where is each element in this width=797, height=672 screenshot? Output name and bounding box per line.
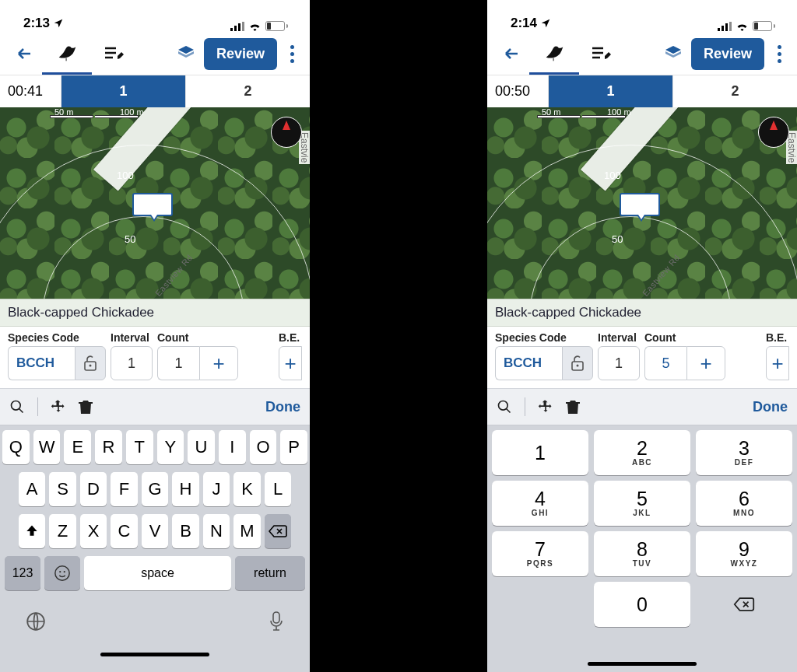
key-B[interactable]: B [172, 514, 199, 548]
tab-list-edit[interactable] [579, 33, 623, 75]
globe-icon[interactable] [26, 611, 46, 632]
search-button[interactable] [9, 399, 25, 415]
count-input[interactable]: 1 [157, 346, 199, 380]
key-V[interactable]: V [142, 514, 169, 548]
key-G[interactable]: G [142, 472, 169, 506]
list-edit-icon [104, 45, 124, 62]
layers-button[interactable] [655, 38, 691, 69]
species-code-input[interactable] [8, 346, 75, 380]
numpad-key-8[interactable]: 8TUV [594, 531, 690, 576]
numpad-key-1[interactable]: 1 [492, 430, 588, 475]
tab-bird[interactable] [42, 33, 92, 75]
key-S[interactable]: S [49, 472, 76, 506]
interval-tab-1[interactable]: 1 [548, 75, 672, 107]
compass-icon[interactable] [271, 117, 302, 148]
key-Z[interactable]: Z [49, 514, 76, 548]
tab-list-edit[interactable] [92, 33, 135, 75]
key-J[interactable]: J [203, 472, 230, 506]
key-L[interactable]: L [265, 472, 292, 506]
species-code-input[interactable] [495, 346, 562, 380]
trash-icon [79, 399, 93, 415]
shift-key[interactable] [19, 514, 46, 548]
more-button[interactable] [767, 45, 791, 63]
timer: 00:50 [487, 75, 548, 107]
numpad-key-6[interactable]: 6MNO [696, 481, 792, 526]
numbers-key[interactable]: 123 [5, 556, 40, 590]
numpad-key-9[interactable]: 9WXYZ [696, 531, 792, 576]
key-I[interactable]: I [219, 430, 246, 464]
home-indicator[interactable] [100, 653, 209, 656]
key-X[interactable]: X [80, 514, 107, 548]
species-code-label: Species Code [495, 331, 593, 344]
search-button[interactable] [497, 399, 512, 415]
count-plus-button[interactable]: + [199, 346, 238, 380]
key-O[interactable]: O [250, 430, 277, 464]
delete-button[interactable] [79, 399, 93, 415]
key-U[interactable]: U [188, 430, 215, 464]
numpad-key-7[interactable]: 7PQRS [492, 531, 588, 576]
interval-input[interactable]: 1 [111, 346, 153, 380]
mic-icon[interactable] [269, 611, 284, 632]
compass-icon[interactable] [758, 117, 789, 148]
key-H[interactable]: H [172, 472, 199, 506]
key-F[interactable]: F [111, 472, 138, 506]
key-K[interactable]: K [233, 472, 261, 506]
key-C[interactable]: C [111, 514, 138, 548]
review-button[interactable]: Review [691, 38, 764, 70]
delete-button[interactable] [566, 399, 580, 415]
be-plus-button[interactable]: + [766, 346, 789, 380]
interval-label: Interval [111, 331, 153, 344]
svg-rect-13 [722, 26, 724, 31]
lock-button[interactable] [75, 346, 106, 380]
be-plus-button[interactable]: + [279, 346, 302, 380]
interval-tab-2[interactable]: 2 [672, 75, 797, 107]
lock-button[interactable] [562, 346, 593, 380]
timer: 00:41 [0, 75, 61, 107]
space-key[interactable]: space [84, 556, 231, 590]
svg-rect-3 [242, 22, 244, 31]
numpad-key-0[interactable]: 0 [594, 582, 690, 627]
more-button[interactable] [280, 45, 304, 63]
move-button[interactable] [538, 399, 553, 415]
observation-pin[interactable] [620, 193, 660, 216]
numpad-backspace[interactable] [696, 582, 792, 627]
numpad-key-2[interactable]: 2ABC [594, 430, 690, 475]
key-P[interactable]: P [280, 430, 307, 464]
layers-button[interactable] [168, 38, 204, 69]
key-N[interactable]: N [203, 514, 230, 548]
key-W[interactable]: W [33, 430, 61, 464]
review-button[interactable]: Review [204, 38, 277, 70]
map-view[interactable]: Eastview Rd Eastvie 100 50 50 m 100 m [0, 107, 310, 299]
key-E[interactable]: E [64, 430, 91, 464]
interval-input[interactable]: 1 [598, 346, 640, 380]
key-Q[interactable]: Q [2, 430, 30, 464]
emoji-key[interactable] [44, 556, 80, 590]
qwerty-keyboard: QWERTYUIOP ASDFGHJKL ZXCVBNM 123 space r… [0, 425, 310, 672]
key-T[interactable]: T [126, 430, 153, 464]
backspace-key[interactable] [265, 514, 292, 548]
layers-icon [664, 44, 683, 63]
count-input[interactable]: 5 [644, 346, 686, 380]
numpad-key-3[interactable]: 3DEF [696, 430, 792, 475]
interval-tab-1[interactable]: 1 [61, 75, 185, 107]
back-button[interactable] [6, 38, 42, 69]
return-key[interactable]: return [235, 556, 305, 590]
key-D[interactable]: D [80, 472, 107, 506]
interval-tab-2[interactable]: 2 [185, 75, 310, 107]
key-R[interactable]: R [95, 430, 122, 464]
done-button[interactable]: Done [265, 399, 300, 415]
home-indicator[interactable] [588, 662, 697, 666]
tab-bird[interactable] [529, 33, 579, 75]
done-button[interactable]: Done [753, 399, 788, 415]
count-plus-button[interactable]: + [686, 346, 725, 380]
key-Y[interactable]: Y [157, 430, 184, 464]
map-view[interactable]: Eastview Rd Eastvie 100 50 50 m 100 m [487, 107, 797, 299]
key-A[interactable]: A [19, 472, 46, 506]
numpad-key-4[interactable]: 4GHI [492, 481, 588, 526]
bird-icon [55, 44, 79, 62]
observation-pin[interactable] [132, 193, 173, 216]
back-button[interactable] [493, 38, 529, 69]
key-M[interactable]: M [233, 514, 261, 548]
numpad-key-5[interactable]: 5JKL [594, 481, 690, 526]
move-button[interactable] [51, 399, 66, 415]
